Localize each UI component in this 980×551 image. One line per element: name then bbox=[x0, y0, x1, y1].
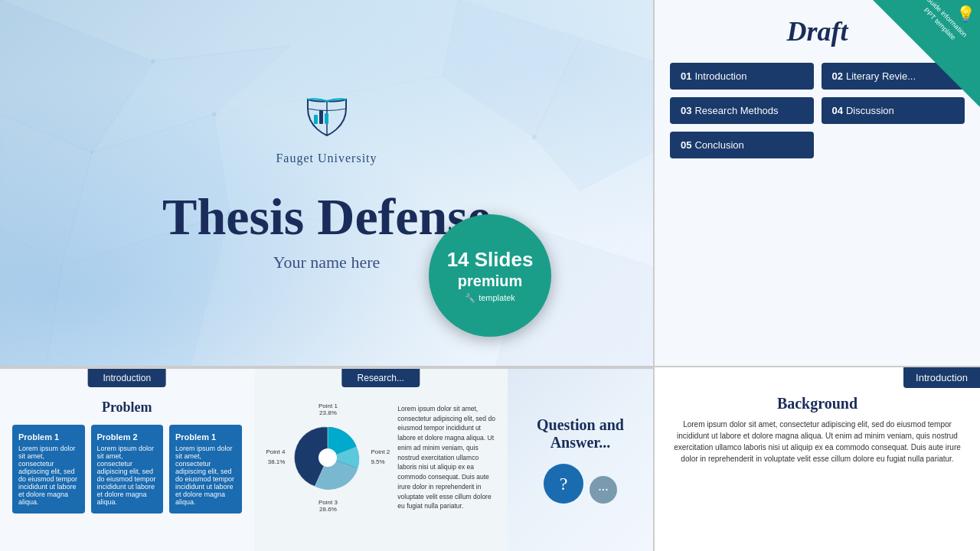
prob-card-1: Problem 1 Lorem ipsum dolor sit amet, co… bbox=[12, 425, 85, 514]
lightbulb-icon: 💡 bbox=[956, 5, 975, 23]
intro-section-tag: Introduction bbox=[903, 367, 980, 388]
research-panel: Research... Point 123.8% Point 438.1% bbox=[254, 369, 508, 551]
slide-intro: Introduction Background Lorem ipsum dolo… bbox=[655, 367, 980, 551]
background-text: Lorem ipsum dolor sit amet, consectetur … bbox=[670, 419, 965, 465]
svg-point-14 bbox=[90, 151, 93, 154]
qa-background bbox=[508, 369, 653, 551]
subtitle: Your name here bbox=[273, 253, 381, 272]
logo-icon bbox=[300, 93, 354, 148]
intro-tag: Introduction bbox=[87, 369, 166, 387]
problem-panel: Introduction Problem Problem 1 Lorem ips… bbox=[0, 369, 254, 551]
university-name: Fauget University bbox=[276, 152, 377, 165]
qa-panel: Question and Answer... ? ··· bbox=[508, 369, 653, 551]
brand-name: 🔧 templatek bbox=[465, 293, 515, 303]
problem-cards: Problem 1 Lorem ipsum dolor sit amet, co… bbox=[12, 425, 242, 514]
pie-chart bbox=[289, 419, 366, 496]
question-bubble-icon: ? bbox=[544, 464, 583, 504]
svg-point-13 bbox=[212, 112, 217, 116]
polygon-background bbox=[0, 0, 653, 366]
svg-point-16 bbox=[532, 135, 537, 139]
point3-label: Point 328.6% bbox=[318, 499, 338, 513]
bottom-section: Introduction Problem Problem 1 Lorem ips… bbox=[0, 367, 655, 551]
draft-items-grid: 01Introduction 02Literary Revie... 03Res… bbox=[670, 63, 965, 158]
research-text: Lorem ipsum dolor sit amet, consectetur … bbox=[397, 404, 495, 511]
problem-title: Problem bbox=[12, 399, 242, 416]
svg-rect-19 bbox=[325, 113, 328, 124]
point1-label: Point 123.8% bbox=[318, 403, 338, 416]
svg-point-21 bbox=[318, 448, 337, 467]
slide-title: Fauget University Thesis Defense Your na… bbox=[0, 0, 655, 367]
draft-item-05: 05Conclusion bbox=[670, 132, 814, 158]
point2-label: Point 29.5% bbox=[371, 448, 390, 468]
research-content: Point 123.8% Point 438.1% bbox=[266, 403, 496, 513]
draft-item-03: 03Research Methods bbox=[670, 97, 814, 124]
svg-point-12 bbox=[151, 59, 155, 64]
qa-title: Question and Answer... bbox=[523, 416, 638, 452]
svg-rect-17 bbox=[314, 115, 318, 124]
qa-icons: ? ··· bbox=[544, 464, 617, 504]
slides-count: 14 Slides bbox=[447, 248, 534, 272]
draft-item-01: 01Introduction bbox=[670, 63, 814, 90]
prob-card-2: Problem 2 Lorem ipsum dolor sit amet, co… bbox=[91, 425, 164, 514]
answer-bubble-icon: ··· bbox=[590, 476, 617, 504]
premium-label: premium bbox=[458, 272, 522, 290]
background-title: Background bbox=[670, 395, 965, 412]
research-tag: Research... bbox=[342, 369, 420, 387]
svg-rect-18 bbox=[319, 110, 323, 124]
prob-card-3: Problem 1 Lorem ipsum dolor sit amet, co… bbox=[169, 425, 242, 514]
draft-item-04: 04Discussion bbox=[822, 97, 965, 124]
slide-draft: Guide information PPT template 💡 Draft 0… bbox=[655, 0, 980, 367]
university-logo: Fauget University bbox=[276, 93, 377, 165]
watermark-badge: 14 Slides premium 🔧 templatek bbox=[429, 214, 551, 337]
point4-label: Point 438.1% bbox=[266, 448, 286, 468]
